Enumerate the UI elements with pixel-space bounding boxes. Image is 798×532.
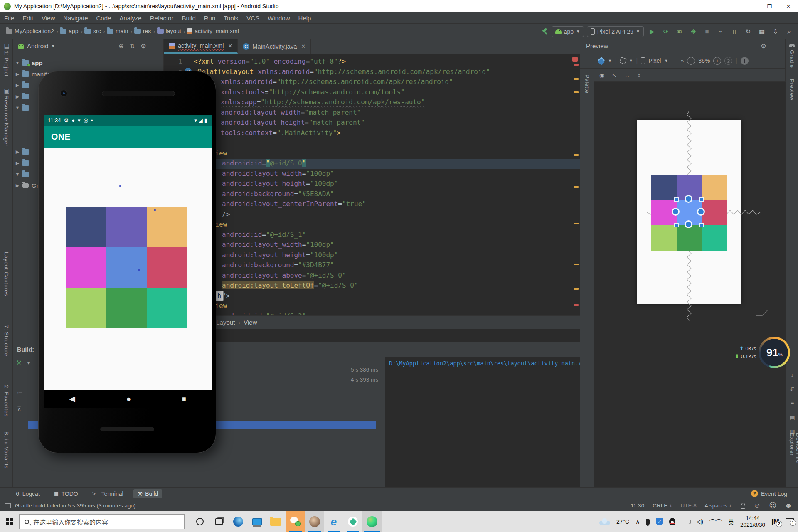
breadcrumb-item-myapplication2[interactable]: MyApplication2› [6,28,58,34]
breadcrumb-item-app[interactable]: app› [60,28,83,34]
stripe-device-file-explorer[interactable]: Device File Explorer [789,433,798,487]
menu-refactor[interactable]: Refactor [146,15,178,22]
code-line-19[interactable]: 19android:layout_width="100dp" [164,241,580,251]
tree-arrow-icon[interactable]: ▼ [13,172,22,177]
selection-corner-handle[interactable] [674,197,679,202]
stripe-mark-6[interactable] [574,264,579,265]
search-everywhere-button[interactable]: ⌕ [784,27,795,37]
build-collapse-icon[interactable]: ▾ [27,359,30,366]
menu-analyze[interactable]: Analyze [115,15,145,22]
locate-icon[interactable]: ⊕ [118,42,124,50]
build-rerun-icon[interactable]: ⚒ [16,359,22,366]
selection-corner-handle[interactable] [699,197,704,202]
code-line-10[interactable]: 10<View [164,149,580,159]
run-config-select[interactable]: app▼ [552,26,584,37]
tree-arrow-icon[interactable]: ▶ [13,149,22,155]
code-line-7[interactable]: 7android:layout_height="match_parent" [164,118,580,128]
grid-cell-1[interactable] [106,207,146,247]
right-strip-icon-2[interactable]: ≡ [788,400,796,406]
toolwindow-build[interactable]: ⚒Build [133,489,163,498]
more-actions-icon[interactable]: » [680,57,684,64]
close-button[interactable]: ✕ [779,0,798,12]
stripe-mark-0[interactable] [574,64,579,66]
taskbar-search-input[interactable]: 在这里输入你要搜索的内容 [19,514,185,529]
code-line-23[interactable]: 23android:layout_toLeftOf="@+id/S_0" [164,281,580,291]
caret-position[interactable]: 11:30 [631,502,644,509]
ime-indicator[interactable]: 英 [728,517,734,526]
error-face-icon[interactable]: ☹ [769,501,776,510]
code-line-9[interactable]: 9 [164,139,580,149]
tree-arrow-icon[interactable]: ▶ [13,183,22,188]
qq-icon[interactable] [669,518,675,525]
event-log-button[interactable]: 2 Event Log [751,490,787,497]
weather-cloud-icon[interactable] [599,518,610,525]
dev-tool-icon[interactable] [343,511,362,532]
tree-arrow-icon[interactable]: ▶ [13,83,22,88]
breadcrumb-view[interactable]: View [244,319,257,326]
grid-cell-2[interactable] [147,207,187,247]
tray-expand-chevron[interactable]: ∧ [635,518,640,525]
preview-hide-icon[interactable]: — [773,42,779,50]
grid-cell-7[interactable] [106,288,146,328]
phone-screen[interactable]: 11:34 ⚙●▾◎• ▾◢▮ ONE ◀ ● ■ [44,115,212,408]
error-file-link[interactable]: D:\MyApplication2\app\src\main\res\layou… [389,360,580,367]
edge-icon[interactable] [229,511,248,532]
indent-setting[interactable]: 4 spaces ⇕ [705,502,732,509]
minimize-button[interactable]: — [741,0,760,12]
stripe-project[interactable]: 1: Project [3,51,10,76]
temperature[interactable]: 27°C [616,518,629,525]
stripe-layout-captures[interactable]: Layout Captures [3,252,10,296]
stripe-mark-2[interactable] [574,91,579,93]
code-line-16[interactable]: 16/> [164,210,580,220]
code-line-18[interactable]: 18android:id="@+id/S_1" [164,231,580,241]
stripe-mark-3[interactable] [574,154,579,156]
tab-activity_main-xml[interactable]: activity_main.xml✕ [164,39,238,54]
code-line-1[interactable]: 1<?xml version="1.0" encoding="utf-8"?> [164,57,580,67]
selection-edge-handle[interactable] [685,195,692,203]
code-line-6[interactable]: 6android:layout_width="match_parent" [164,108,580,118]
tab-MainActivity-java[interactable]: CMainActivity.java✕ [238,39,311,54]
wechat-icon[interactable] [286,511,305,532]
project-view-select[interactable]: Android [27,42,49,49]
volume-icon[interactable]: ◁) [696,518,703,525]
preview-grid-cell-0[interactable] [651,175,677,200]
this-pc-icon[interactable] [248,511,267,532]
panel-settings-icon[interactable]: ⚙ [141,42,146,50]
readonly-lock-icon[interactable] [741,505,745,509]
code-line-2[interactable]: 2<RelativeLayout xmlns:android="http://s… [164,68,580,78]
grid-cell-5[interactable] [147,247,187,287]
code-line-8[interactable]: 8tools:context=".MainActivity"> [164,129,580,139]
menu-help[interactable]: Help [294,15,315,22]
code-line-4[interactable]: 4xmlns:tools="http://schemas.android.com… [164,88,580,98]
h-constraint-icon[interactable]: ↔ [624,72,630,79]
profiler-button[interactable]: ≋ [674,27,685,37]
run-button[interactable]: ▶ [647,27,658,37]
toolwindow-6-logcat[interactable]: ≡6: Logcat [6,489,44,498]
error-indicator[interactable] [572,57,578,62]
close-tab-icon[interactable]: ✕ [228,43,232,49]
toolwindow-todo[interactable]: ≣TODO [50,489,82,498]
build-console[interactable]: D:\MyApplication2\app\src\main\res\layou… [385,357,580,488]
eye-icon[interactable]: ◉ [599,72,604,79]
selection-corner-handle[interactable] [674,223,679,227]
code-line-13[interactable]: 13android:layout_height="100dp" [164,180,580,190]
stripe-mark-4[interactable] [574,186,579,188]
stripe-resource-manager[interactable]: Resource Manager [3,96,10,147]
code-editor[interactable]: 1<?xml version="1.0" encoding="utf-8"?>2… [164,54,580,330]
stripe-mark-1[interactable] [574,78,579,80]
menu-window[interactable]: Window [264,15,294,22]
preview-grid-cell-7[interactable] [677,225,702,251]
code-line-14[interactable]: 14android:background="#5E8ADA" [164,190,580,200]
breadcrumb-item-res[interactable]: res› [134,28,155,34]
code-line-25[interactable]: 25<View [164,302,580,312]
selection-edge-handle[interactable] [685,220,692,228]
stripe-favorites[interactable]: 2: Favorites [3,385,10,417]
tree-arrow-icon[interactable]: ▼ [13,105,22,110]
device-select[interactable]: Pixel 2 API 29▼ [587,26,644,37]
device-manager-button[interactable]: ▯ [729,27,740,37]
code-line-22[interactable]: 22android:layout_above="@+id/S_0" [164,271,580,281]
build-filter-icon[interactable]: ≔ [17,390,23,397]
notification-center-icon[interactable]: 1 [786,518,794,525]
network-icon[interactable]: ⌒⌒ [709,517,722,526]
tree-row-app[interactable]: ▼app [13,57,163,68]
